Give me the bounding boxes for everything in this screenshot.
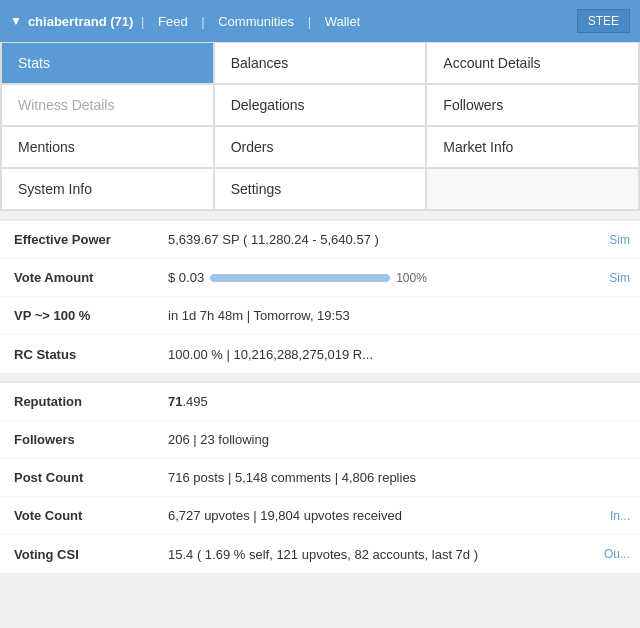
top-nav: ▼ chiabertrand (71) | Feed | Communities…: [0, 0, 640, 42]
vote-bar-fill: [210, 274, 390, 282]
menu-witness-details: Witness Details: [1, 84, 214, 126]
menu-grid: Stats Balances Account Details Witness D…: [0, 42, 640, 211]
menu-orders[interactable]: Orders: [214, 126, 427, 168]
voting-csi-action[interactable]: Ou...: [594, 539, 640, 569]
vp-label: VP ~> 100 %: [0, 300, 160, 331]
vote-amount-value: $ 0.03 100%: [160, 262, 599, 293]
wallet-link[interactable]: Wallet: [315, 14, 371, 29]
vote-bar-container: $ 0.03 100%: [168, 270, 591, 285]
vote-count-label: Vote Count: [0, 500, 160, 531]
vp-row: VP ~> 100 % in 1d 7h 48m | Tomorrow, 19:…: [0, 297, 640, 335]
stats-content: Effective Power 5,639.67 SP ( 11,280.24 …: [0, 219, 640, 573]
vote-pct-label: 100%: [396, 271, 427, 285]
effective-power-action[interactable]: Sim: [599, 225, 640, 255]
rc-status-value: 100.00 % | 10,216,288,275,019 R...: [160, 339, 640, 370]
reputation-label: Reputation: [0, 386, 160, 417]
reputation-bold: 71: [168, 394, 182, 409]
menu-balances[interactable]: Balances: [214, 42, 427, 84]
vote-amount-prefix: $ 0.03: [168, 270, 204, 285]
followers-row: Followers 206 | 23 following: [0, 421, 640, 459]
steem-button[interactable]: STEE: [577, 9, 630, 33]
effective-power-value: 5,639.67 SP ( 11,280.24 - 5,640.57 ): [160, 224, 599, 255]
vote-amount-label: Vote Amount: [0, 262, 160, 293]
section-gap: [0, 373, 640, 381]
dropdown-arrow-icon[interactable]: ▼: [10, 14, 22, 28]
reputation-row: Reputation 71.495: [0, 383, 640, 421]
post-count-label: Post Count: [0, 462, 160, 493]
menu-system-info[interactable]: System Info: [1, 168, 214, 210]
menu-delegations[interactable]: Delegations: [214, 84, 427, 126]
feed-link[interactable]: Feed: [148, 14, 198, 29]
stats-section-1: Effective Power 5,639.67 SP ( 11,280.24 …: [0, 219, 640, 373]
menu-empty: [426, 168, 639, 210]
menu-mentions[interactable]: Mentions: [1, 126, 214, 168]
menu-account-details[interactable]: Account Details: [426, 42, 639, 84]
effective-power-label: Effective Power: [0, 224, 160, 255]
vote-amount-action[interactable]: Sim: [599, 263, 640, 293]
vote-bar: [210, 274, 390, 282]
menu-market-info[interactable]: Market Info: [426, 126, 639, 168]
vote-amount-row: Vote Amount $ 0.03 100% Sim: [0, 259, 640, 297]
reputation-value: 71.495: [160, 386, 640, 417]
voting-csi-row: Voting CSI 15.4 ( 1.69 % self, 121 upvot…: [0, 535, 640, 573]
effective-power-row: Effective Power 5,639.67 SP ( 11,280.24 …: [0, 221, 640, 259]
post-count-row: Post Count 716 posts | 5,148 comments | …: [0, 459, 640, 497]
vote-count-action[interactable]: In...: [600, 501, 640, 531]
post-count-value: 716 posts | 5,148 comments | 4,806 repli…: [160, 462, 640, 493]
voting-csi-label: Voting CSI: [0, 539, 160, 570]
menu-stats[interactable]: Stats: [1, 42, 214, 84]
followers-label: Followers: [0, 424, 160, 455]
rc-status-label: RC Status: [0, 339, 160, 370]
communities-link[interactable]: Communities: [208, 14, 304, 29]
vote-count-value: 6,727 upvotes | 19,804 upvotes received: [160, 500, 600, 531]
username-label: chiabertrand (71): [28, 14, 133, 29]
vote-count-row: Vote Count 6,727 upvotes | 19,804 upvote…: [0, 497, 640, 535]
voting-csi-value: 15.4 ( 1.69 % self, 121 upvotes, 82 acco…: [160, 539, 594, 570]
menu-followers[interactable]: Followers: [426, 84, 639, 126]
stats-section-2: Reputation 71.495 Followers 206 | 23 fol…: [0, 381, 640, 573]
vp-value: in 1d 7h 48m | Tomorrow, 19:53: [160, 300, 640, 331]
followers-value: 206 | 23 following: [160, 424, 640, 455]
menu-settings[interactable]: Settings: [214, 168, 427, 210]
rc-status-row: RC Status 100.00 % | 10,216,288,275,019 …: [0, 335, 640, 373]
